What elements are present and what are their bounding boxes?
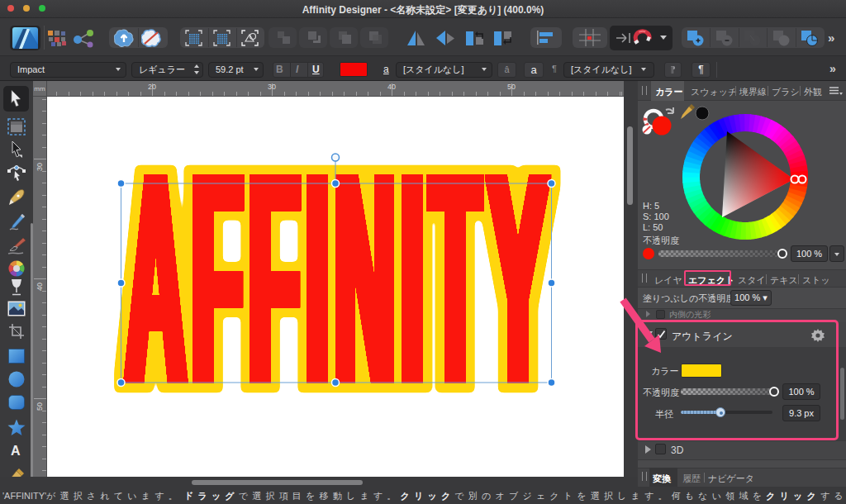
svg-text:F: F [249, 111, 300, 445]
svg-text:A: A [126, 111, 186, 445]
svg-text:I: I [401, 111, 424, 445]
svg-text:N: N [335, 111, 395, 445]
svg-text:I: I [306, 111, 329, 445]
svg-text:F: F [192, 111, 243, 445]
svg-text:Y: Y [487, 111, 549, 445]
svg-text:T: T [430, 111, 481, 445]
